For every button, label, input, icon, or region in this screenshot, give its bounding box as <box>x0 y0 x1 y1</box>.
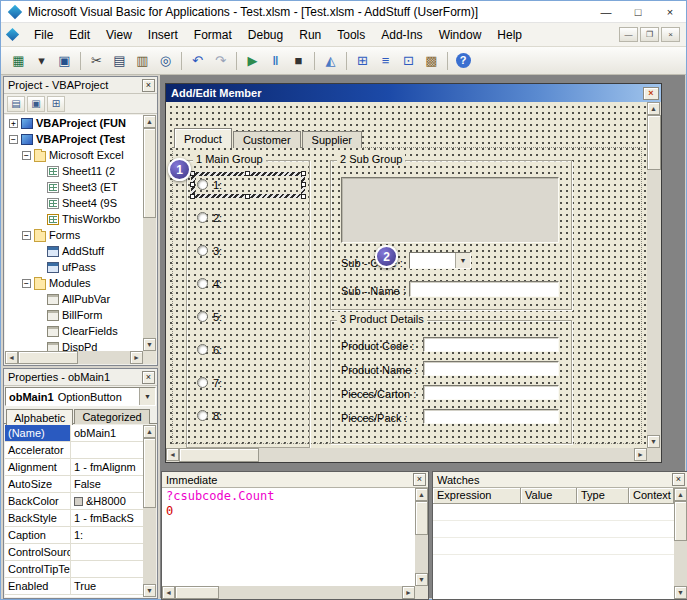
project-panel-titlebar[interactable]: Project - VBAProject × <box>4 77 157 94</box>
property-name[interactable]: BackColor <box>5 493 71 509</box>
project-explorer-icon[interactable]: ⊞ <box>351 50 374 72</box>
property-name[interactable]: BackStyle <box>5 510 71 526</box>
property-value[interactable] <box>71 442 143 458</box>
option-button-control[interactable]: 2: <box>197 210 222 225</box>
property-row[interactable]: ControlSourc <box>5 544 143 561</box>
property-name[interactable]: Alignment <box>5 459 71 475</box>
selection-handle[interactable] <box>245 171 250 176</box>
selection-handle[interactable] <box>245 194 250 199</box>
redo-icon[interactable]: ↷ <box>209 50 232 72</box>
menu-window[interactable]: Window <box>431 24 490 46</box>
minimize-button[interactable]: — <box>590 1 622 22</box>
properties-tab-categorized[interactable]: Categorized <box>74 409 149 424</box>
menu-format[interactable]: Format <box>186 24 240 46</box>
scroll-up-icon[interactable]: ▲ <box>674 488 687 501</box>
tree-item[interactable]: +VBAProject (FUN <box>5 115 143 131</box>
scroll-down-icon[interactable]: ▼ <box>143 338 156 351</box>
selection-handle[interactable] <box>190 194 195 199</box>
property-name[interactable]: (Name) <box>5 425 71 441</box>
properties-tab-alphabetic[interactable]: Alphabetic <box>6 409 73 425</box>
properties-window-icon[interactable]: ≡ <box>374 50 397 72</box>
property-value[interactable]: 1: <box>71 527 143 543</box>
tree-item[interactable]: ThisWorkbo <box>5 211 143 227</box>
sub-group-frame[interactable]: 2 Sub Group Sub - Code : ▼ Sub - Name : … <box>330 160 572 310</box>
scroll-left-icon[interactable]: ◄ <box>162 586 175 599</box>
tree-item[interactable]: −Microsoft Excel <box>5 147 143 163</box>
property-name[interactable]: Caption <box>5 527 71 543</box>
watches-close-button[interactable]: × <box>672 473 685 486</box>
selection-handle[interactable] <box>301 194 306 199</box>
property-name[interactable]: Accelerator <box>5 442 71 458</box>
mdi-restore-button[interactable]: ❐ <box>640 27 659 42</box>
property-value[interactable]: obMain1 <box>71 425 143 441</box>
project-tree-horizontal-scrollbar[interactable]: ◄► <box>5 351 143 364</box>
project-panel-close-button[interactable]: × <box>142 79 155 92</box>
property-value[interactable]: 1 - fmAlignm <box>71 459 143 475</box>
property-row[interactable]: Accelerator <box>5 442 143 459</box>
watches-column-header[interactable]: Type <box>577 488 629 504</box>
properties-panel-close-button[interactable]: × <box>142 371 155 384</box>
property-name[interactable]: ControlTipTe <box>5 561 71 577</box>
tree-item[interactable]: Sheet3 (ET <box>5 179 143 195</box>
combo-dropdown-icon[interactable]: ▼ <box>139 388 155 405</box>
form-design-surface[interactable]: ProductCustomerSupplier 1 Main Group 1:2… <box>166 102 647 448</box>
tree-item[interactable]: Sheet4 (9S <box>5 195 143 211</box>
option-button-control[interactable]: 7: <box>197 375 222 390</box>
option-button-control[interactable]: 4: <box>197 276 222 291</box>
watches-column-header[interactable]: Context <box>629 488 674 504</box>
object-selector-combobox[interactable]: obMain1 OptionButton ▼ <box>5 387 156 406</box>
tree-item[interactable]: −Modules <box>5 275 143 291</box>
find-icon[interactable]: ◎ <box>154 50 177 72</box>
scroll-left-icon[interactable]: ◄ <box>166 448 179 461</box>
scroll-thumb[interactable] <box>175 586 219 599</box>
scroll-down-icon[interactable]: ▼ <box>143 584 156 597</box>
insert-object-dropdown-icon[interactable]: ▾ <box>30 50 53 72</box>
toggle-folders-icon[interactable]: ⊞ <box>47 96 65 112</box>
property-row[interactable]: (Name)obMain1 <box>5 425 143 442</box>
scroll-thumb[interactable] <box>143 128 156 218</box>
maximize-button[interactable]: □ <box>622 1 654 22</box>
mdi-close-button[interactable]: × <box>661 27 680 42</box>
selection-handle[interactable] <box>190 182 195 187</box>
menu-tools[interactable]: Tools <box>329 24 373 46</box>
tree-item[interactable]: ufPass <box>5 259 143 275</box>
properties-panel-titlebar[interactable]: Properties - obMain1 × <box>4 369 157 386</box>
object-browser-icon[interactable]: ⊡ <box>397 50 420 72</box>
scroll-thumb[interactable] <box>415 501 428 535</box>
save-icon[interactable]: ▣ <box>53 50 76 72</box>
copy-icon[interactable]: ▤ <box>108 50 131 72</box>
property-row[interactable]: AutoSizeFalse <box>5 476 143 493</box>
tree-item[interactable]: AddStuff <box>5 243 143 259</box>
property-row[interactable]: EnabledTrue <box>5 578 143 595</box>
userform-titlebar[interactable]: Add/Edit Member × <box>166 84 661 102</box>
property-value[interactable]: &H8000 <box>71 493 143 509</box>
scroll-thumb[interactable] <box>647 115 661 170</box>
property-name[interactable]: ControlSourc <box>5 544 71 560</box>
menu-run[interactable]: Run <box>291 24 329 46</box>
tree-item[interactable]: BillForm <box>5 307 143 323</box>
designer-horizontal-scrollbar[interactable]: ◄► <box>166 448 647 462</box>
product-details-frame[interactable]: 3 Product Details Product Code :Product … <box>330 320 572 444</box>
scroll-thumb[interactable] <box>18 351 78 364</box>
view-code-icon[interactable]: ▤ <box>7 96 25 112</box>
immediate-vertical-scrollbar[interactable]: ▲▼ <box>415 488 428 586</box>
option-button-control[interactable]: 8: <box>197 408 222 423</box>
reset-icon[interactable]: ■ <box>287 50 310 72</box>
mdi-minimize-button[interactable]: — <box>619 27 638 42</box>
property-name[interactable]: AutoSize <box>5 476 71 492</box>
main-group-frame[interactable]: 1 Main Group 1:2:3:4:5:6:7:8: <box>186 160 310 448</box>
scroll-thumb[interactable] <box>674 501 687 541</box>
selected-control-adorner[interactable] <box>191 172 305 198</box>
tree-item[interactable]: −Forms <box>5 227 143 243</box>
menu-edit[interactable]: Edit <box>61 24 98 46</box>
detail-field-textbox[interactable] <box>423 361 559 376</box>
property-row[interactable]: BackStyle1 - fmBackS <box>5 510 143 527</box>
menu-add-ins[interactable]: Add-Ins <box>373 24 430 46</box>
selection-handle[interactable] <box>301 171 306 176</box>
window-titlebar[interactable]: Microsoft Visual Basic for Applications … <box>1 1 686 23</box>
property-value[interactable]: 1 - fmBackS <box>71 510 143 526</box>
form-tab-product[interactable]: Product <box>174 128 232 148</box>
designer-vertical-scrollbar[interactable]: ▲▼ <box>647 102 661 448</box>
tree-item[interactable]: −VBAProject (Test <box>5 131 143 147</box>
toolbox-icon[interactable]: ▩ <box>420 50 443 72</box>
